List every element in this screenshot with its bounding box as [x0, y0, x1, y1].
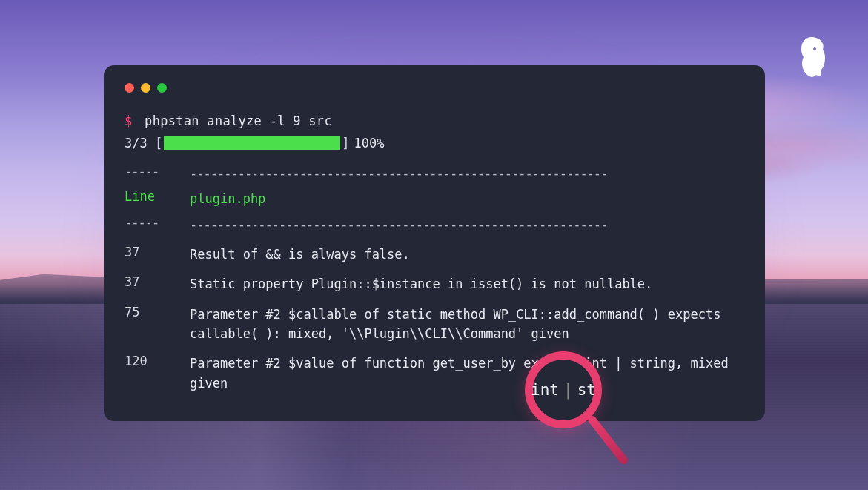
progress-bar	[164, 136, 340, 150]
header-file: plugin.php	[190, 189, 744, 208]
command-text: phpstan analyze -l 9 src	[145, 113, 332, 128]
progress-percent: 100%	[354, 136, 384, 150]
table-divider-bottom: ----- ----------------------------------…	[125, 215, 744, 234]
table-divider-top: ----- ----------------------------------…	[125, 164, 744, 183]
shell-prompt: $	[125, 113, 133, 128]
bracket-open: [	[148, 136, 162, 150]
error-list: 37Result of && is always false.37Static …	[125, 245, 744, 393]
minimize-icon[interactable]	[141, 83, 150, 93]
error-message: Parameter #2 $value of function get_user…	[190, 354, 744, 393]
bracket-close: ]	[342, 136, 349, 150]
error-line-number: 120	[125, 354, 190, 393]
error-message: Result of && is always false.	[190, 245, 744, 264]
maximize-icon[interactable]	[157, 83, 167, 93]
header-line: Line	[125, 189, 190, 208]
error-row: 75Parameter #2 $callable of static metho…	[125, 305, 744, 344]
table-header: Line plugin.php	[125, 189, 744, 208]
progress-line: 3/3 [ ] 100%	[125, 136, 744, 150]
error-line-number: 37	[125, 245, 190, 264]
error-line-number: 75	[125, 305, 190, 344]
close-icon[interactable]	[125, 83, 134, 93]
command-line: $ phpstan analyze -l 9 src	[125, 113, 744, 128]
error-row: 37Result of && is always false.	[125, 245, 744, 264]
error-line-number: 37	[125, 274, 190, 294]
window-controls	[125, 83, 744, 93]
error-row: 120Parameter #2 $value of function get_u…	[125, 354, 744, 393]
error-message: Parameter #2 $callable of static method …	[190, 305, 744, 344]
brand-logo-icon	[792, 36, 831, 79]
progress-count: 3/3	[125, 136, 148, 150]
error-message: Static property Plugin::$instance in iss…	[190, 274, 744, 294]
terminal-window: $ phpstan analyze -l 9 src 3/3 [ ] 100% …	[104, 65, 765, 421]
error-row: 37Static property Plugin::$instance in i…	[125, 274, 744, 294]
